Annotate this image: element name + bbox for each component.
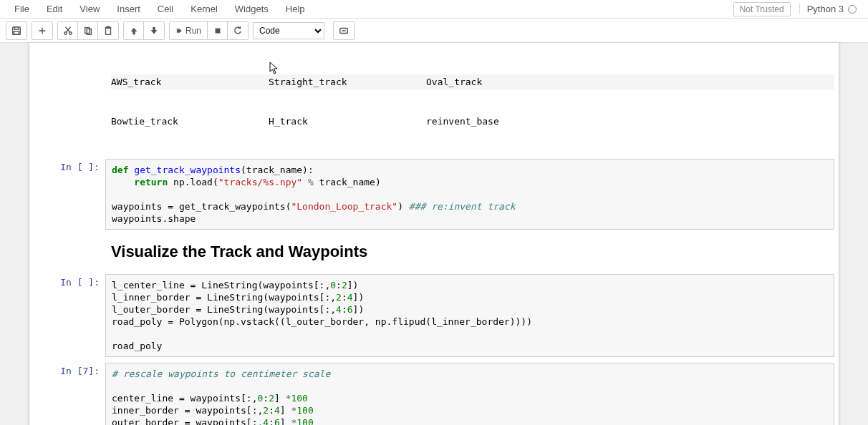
cell-type-select[interactable]: Code [253,22,324,39]
menu-cell[interactable]: Cell [149,1,182,17]
kernel-idle-icon [848,5,857,14]
trusted-badge[interactable]: Not Trusted [733,2,791,16]
menu-insert[interactable]: Insert [108,1,149,17]
restart-button[interactable] [228,22,248,39]
menu-view[interactable]: View [71,1,108,17]
code-editor[interactable]: l_center_line = LineString(waypoints[:,0… [105,274,834,357]
paste-button[interactable] [98,22,118,39]
cell-prompt: In [7]: [34,363,105,425]
svg-rect-13 [215,28,220,33]
cell-prompt: In [ ]: [34,159,105,230]
save-button[interactable] [6,22,26,39]
menu-help[interactable]: Help [277,1,314,17]
toolbar: Run Code [0,19,868,43]
track-list-output: AWS_trackStraight_trackOval_track Bowtie… [105,50,834,153]
code-cell-linestrings[interactable]: In [ ]: l_center_line = LineString(waypo… [29,271,839,360]
command-palette-button[interactable] [334,22,354,39]
notebook-container: AWS_trackStraight_trackOval_track Bowtie… [29,43,839,425]
move-down-button[interactable] [144,22,164,39]
output-prompt [34,50,105,153]
copy-button[interactable] [78,22,98,39]
menu-edit[interactable]: Edit [38,1,71,17]
output-cell-tracks: AWS_trackStraight_trackOval_track Bowtie… [29,47,839,156]
menu-file[interactable]: File [6,1,38,17]
run-label: Run [185,26,201,36]
svg-rect-2 [14,31,19,34]
code-editor[interactable]: def get_track_waypoints(track_name): ret… [105,159,834,230]
svg-point-5 [64,31,67,34]
svg-point-6 [69,31,72,34]
cut-button[interactable] [58,22,78,39]
menubar: File Edit View Insert Cell Kernel Widget… [0,0,868,19]
code-editor[interactable]: # rescale waypoints to centimeter scale … [105,363,834,425]
interrupt-button[interactable] [208,22,228,39]
heading-visualize: Visualize the Track and Waypoints [111,243,829,261]
svg-rect-1 [14,26,18,29]
code-cell-rescale[interactable]: In [7]: # rescale waypoints to centimete… [29,360,839,425]
cell-prompt: In [ ]: [34,274,105,357]
kernel-name: Python 3 [807,4,844,14]
add-cell-button[interactable] [32,22,52,39]
run-button[interactable]: Run [170,22,208,39]
menu-kernel[interactable]: Kernel [182,1,226,17]
move-up-button[interactable] [124,22,144,39]
menu-widgets[interactable]: Widgets [226,1,277,17]
markdown-cell-visualize[interactable]: Visualize the Track and Waypoints [29,233,839,271]
kernel-status: Python 3 [799,4,862,14]
code-cell-get-waypoints[interactable]: In [ ]: def get_track_waypoints(track_na… [29,156,839,233]
